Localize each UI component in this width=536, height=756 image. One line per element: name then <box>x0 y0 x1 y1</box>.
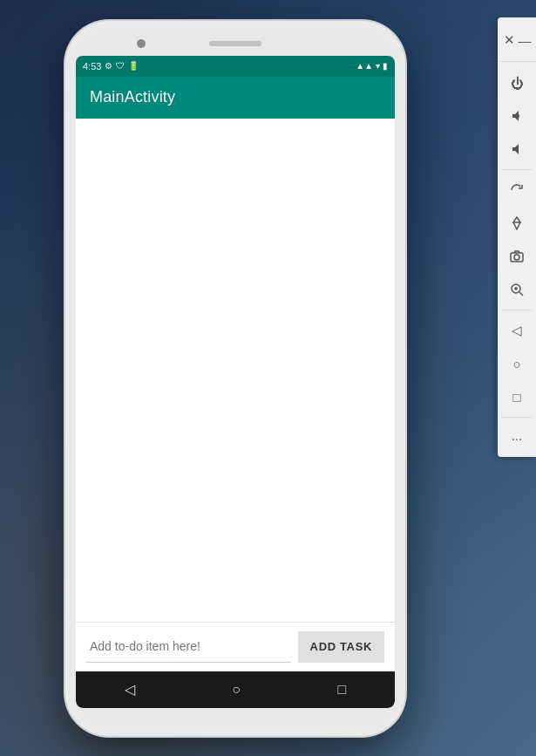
front-camera <box>137 39 146 48</box>
phone-top-hardware <box>76 31 395 56</box>
wifi-icon: ▾ <box>376 61 380 71</box>
battery-icon: ▮ <box>383 61 388 71</box>
toolbar-window-controls: ✕ — <box>498 21 536 62</box>
toolbar-divider-3 <box>501 417 532 418</box>
status-bar-right: ▲▲ ▾ ▮ <box>356 61 388 71</box>
task-input[interactable] <box>86 631 291 663</box>
svg-point-1 <box>514 255 519 260</box>
location-icon[interactable] <box>501 208 533 239</box>
rotate-icon[interactable] <box>501 174 533 206</box>
nav-back-button[interactable]: ◁ <box>107 678 153 701</box>
status-time: 4:53 <box>83 61 101 72</box>
status-bar-left: 4:53 ⚙ 🛡 🔋 <box>83 61 139 72</box>
add-task-button[interactable]: ADD TASK <box>298 631 384 663</box>
nav-home-button[interactable]: ○ <box>214 678 258 701</box>
signal-icon: ▲▲ <box>356 61 373 71</box>
nav-recents-button[interactable]: □ <box>321 678 364 701</box>
bottom-input-area: ADD TASK <box>76 622 395 671</box>
side-toolbar: ✕ — ⏻ <box>498 17 536 457</box>
earpiece-speaker <box>209 41 261 46</box>
nav-bar: ◁ ○ □ <box>76 671 395 708</box>
content-area <box>76 119 395 622</box>
shield-status-icon: 🛡 <box>116 61 125 71</box>
more-options-icon[interactable]: ··· <box>501 422 533 453</box>
camera-icon[interactable] <box>501 241 533 272</box>
phone-device: 4:53 ⚙ 🛡 🔋 ▲▲ ▾ ▮ MainActivity <box>65 21 405 736</box>
close-window-button[interactable]: ✕ <box>501 24 517 56</box>
phone-screen: 4:53 ⚙ 🛡 🔋 ▲▲ ▾ ▮ MainActivity <box>76 56 395 708</box>
volume-up-icon[interactable] <box>501 100 533 132</box>
phone-bottom-hardware <box>76 708 395 725</box>
volume-down-icon[interactable] <box>501 133 533 165</box>
back-nav-icon[interactable]: ◁ <box>501 315 533 346</box>
toolbar-divider-1 <box>501 169 532 170</box>
phone-frame: 4:53 ⚙ 🛡 🔋 ▲▲ ▾ ▮ MainActivity <box>65 21 405 736</box>
svg-line-3 <box>519 292 523 296</box>
battery-status-icon: 🔋 <box>128 61 139 71</box>
app-bar: MainActivity <box>76 77 395 119</box>
home-nav-icon[interactable]: ○ <box>501 348 533 379</box>
minimize-window-button[interactable]: — <box>517 24 533 56</box>
app-title: MainActivity <box>90 88 175 106</box>
toolbar-divider-2 <box>501 310 532 310</box>
recents-nav-icon[interactable]: □ <box>501 381 533 412</box>
zoom-in-icon[interactable] <box>501 274 533 305</box>
power-icon[interactable]: ⏻ <box>501 67 533 99</box>
settings-status-icon: ⚙ <box>105 61 112 71</box>
status-bar: 4:53 ⚙ 🛡 🔋 ▲▲ ▾ ▮ <box>76 56 395 77</box>
